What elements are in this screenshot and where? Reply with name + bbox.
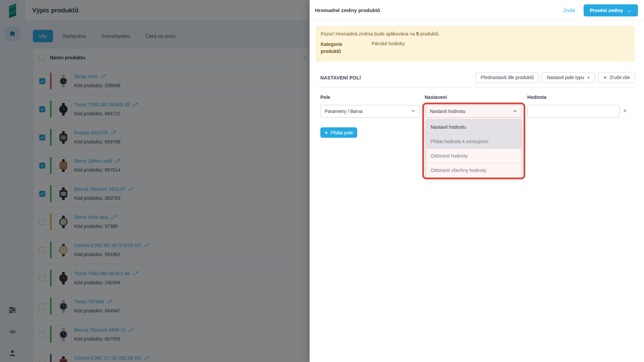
- category-label: Kategorie produktů: [321, 41, 372, 55]
- chevron-down-icon: ▼: [587, 76, 590, 79]
- panel-title: Hromadné změny produktů: [315, 7, 380, 13]
- warning-text: Pozor! Hromadná změna bude aplikována na…: [321, 31, 630, 37]
- fields-section-title: NASTAVENÍ POLÍ: [320, 75, 361, 80]
- dropdown-option[interactable]: Nastavit hodnotu: [426, 120, 522, 134]
- value-input[interactable]: [527, 105, 620, 118]
- cancel-button[interactable]: Zrušit: [563, 8, 575, 13]
- fields-section-header: NASTAVENÍ POLÍ Přednastavit dle produktů…: [316, 72, 635, 88]
- arrow-right-icon: →: [626, 7, 632, 14]
- chevron-down-icon: [411, 109, 416, 114]
- dropdown-option[interactable]: Přidat hodnotu k existujícím: [426, 134, 522, 148]
- dropdown-option[interactable]: Odstranit všechny hodnoty: [426, 163, 522, 177]
- set-field-type-button[interactable]: Nastavit pole typu▼: [542, 72, 595, 83]
- field-select[interactable]: Parametry / Barva: [320, 105, 420, 118]
- remove-field-icon[interactable]: ✕: [623, 108, 627, 114]
- value-column-label: Hodnota: [527, 95, 546, 100]
- modal-backdrop[interactable]: [0, 0, 310, 362]
- setting-column-label: Nastavení: [425, 95, 447, 100]
- submit-button[interactable]: Provést změny →: [584, 4, 638, 16]
- bulk-edit-panel: Hromadné změny produktů Zrušit Provést z…: [310, 0, 644, 362]
- field-column-label: Pole: [320, 95, 330, 100]
- setting-select[interactable]: Nastavit hodnotu: [426, 105, 522, 118]
- close-icon: ✕: [603, 75, 607, 80]
- preset-by-products-button[interactable]: Přednastavit dle produktů: [475, 72, 539, 83]
- dropdown-option[interactable]: Odstranit hodnoty: [426, 148, 522, 163]
- warning-box: Pozor! Hromadná změna bude aplikována na…: [316, 26, 635, 62]
- setting-dropdown-menu: Nastavit hodnotuPřidat hodnotu k existuj…: [426, 119, 522, 178]
- panel-header: Hromadné změny produktů Zrušit Provést z…: [310, 0, 644, 21]
- category-value: Pánské hodinky: [372, 41, 405, 55]
- add-field-button[interactable]: + Přidat pole: [320, 127, 357, 138]
- plus-icon: +: [325, 130, 328, 136]
- chevron-up-icon: [513, 109, 517, 114]
- clear-all-button[interactable]: ✕Zrušit vše: [598, 72, 635, 83]
